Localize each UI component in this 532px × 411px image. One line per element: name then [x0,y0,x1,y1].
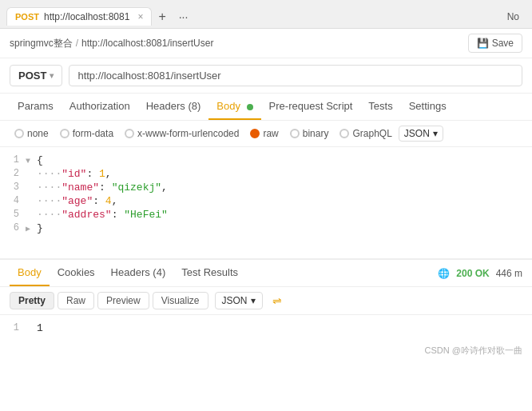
active-tab[interactable]: POST http://localhost:8081 × [6,7,152,26]
resp-tab-cookies[interactable]: Cookies [50,260,103,286]
globe-icon: 🌐 [438,268,450,279]
tab-params[interactable]: Params [10,94,62,120]
status-code: 200 OK [456,268,489,279]
line-content-6: } [37,222,43,234]
request-line: POST ▾ [0,58,532,94]
body-type-urlencoded[interactable]: x-www-form-urlencoded [120,126,244,142]
format-raw-button[interactable]: Raw [58,292,94,309]
tab-authorization[interactable]: Authorization [62,94,138,120]
method-label: POST [18,70,46,82]
code-line-6: 6 ▶ } [0,221,532,235]
code-editor[interactable]: 1 ▼ { 2 ····"id": 1, 3 ····"name": "qize… [0,147,532,259]
body-type-none[interactable]: none [10,126,54,142]
tab-tests[interactable]: Tests [360,94,400,120]
line-number-6: 6 [0,222,26,233]
radio-urlencoded [125,129,134,138]
radio-form-data [60,129,69,138]
body-type-binary[interactable]: binary [285,126,334,142]
format-visualize-button[interactable]: Visualize [153,292,208,309]
code-line-3: 3 ····"name": "qizekj", [0,181,532,194]
response-size: 446 m [496,268,522,279]
body-type-graphql[interactable]: GraphQL [335,126,396,142]
url-input[interactable] [69,65,522,86]
line-number-3: 3 [0,182,26,193]
line-number-1: 1 [0,154,26,166]
code-line-4: 4 ····"age": 4, [0,194,532,208]
tab-url: http://localhost:8081 [44,11,129,22]
new-tab-button[interactable]: + [152,6,172,27]
expand-6: ▶ [26,222,37,234]
radio-none [14,129,24,138]
line-content-4: ····"age": 4, [37,195,117,207]
tab-pre-request-script[interactable]: Pre-request Script [261,94,361,120]
resp-tab-body[interactable]: Body [10,260,50,286]
resp-tab-test-results[interactable]: Test Results [173,260,246,286]
code-line-5: 5 ····"addres": "HeFei" [0,208,532,221]
request-tabs-nav: Params Authorization Headers (8) Body Pr… [0,94,532,121]
resp-line-num-1: 1 [0,322,26,333]
method-select[interactable]: POST ▾ [10,65,62,86]
radio-graphql [339,129,349,138]
response-status-bar: 🌐 200 OK 446 m [438,268,522,279]
response-line-1: 1 1 [0,321,532,335]
body-active-dot [247,104,253,110]
breadcrumb-url[interactable]: http://localhost:8081/insertUser [81,38,213,49]
browser-tabs: POST http://localhost:8081 × + ··· No [0,0,532,29]
tab-headers[interactable]: Headers (8) [138,94,209,120]
watermark: CSDN @吟诗作对歌一曲 [0,341,532,360]
body-type-form-data[interactable]: form-data [55,126,118,142]
tab-no-label: No [507,11,526,22]
breadcrumb-root[interactable]: springmvc整合 [10,37,73,50]
radio-raw [250,129,260,138]
line-content-5: ····"addres": "HeFei" [37,209,168,221]
format-pretty-button[interactable]: Pretty [10,292,54,309]
method-chevron-icon: ▾ [50,71,54,80]
json-format-dropdown[interactable]: JSON ▾ [399,126,443,142]
code-line-2: 2 ····"id": 1, [0,167,532,181]
save-label: Save [492,38,514,49]
radio-binary [290,129,300,138]
save-button[interactable]: 💾 Save [468,34,522,53]
line-content-1: { [37,154,43,166]
breadcrumb-separator: / [76,38,78,49]
line-content-3: ····"name": "qizekj", [37,182,168,194]
format-preview-button[interactable]: Preview [97,292,149,309]
response-tabs-nav: Body Cookies Headers (4) Test Results 🌐 … [0,260,532,287]
tab-close-icon[interactable]: × [137,11,143,22]
tab-body[interactable]: Body [208,94,260,120]
json-format-label: JSON [404,128,430,139]
tab-more-icon[interactable]: ··· [173,7,195,26]
watermark-text: CSDN @吟诗作对歌一曲 [425,345,522,355]
response-section: Body Cookies Headers (4) Test Results 🌐 … [0,259,532,341]
tab-method: POST [15,12,39,22]
code-line-1: 1 ▼ { [0,154,532,167]
expand-1: ▼ [26,154,37,166]
address-bar: springmvc整合 / http://localhost:8081/inse… [0,29,532,58]
save-icon: 💾 [477,38,489,49]
response-format-chevron: ▾ [251,295,256,306]
response-format-label: JSON [222,295,248,306]
json-dropdown-chevron: ▾ [433,128,438,139]
line-number-5: 5 [0,209,26,220]
line-content-2: ····"id": 1, [37,168,112,180]
line-number-2: 2 [0,168,26,179]
breadcrumb: springmvc整合 / http://localhost:8081/inse… [10,37,468,50]
response-body: 1 1 [0,315,532,341]
response-format-bar: Pretty Raw Preview Visualize JSON ▾ ⇌ [0,287,532,315]
body-type-selector: none form-data x-www-form-urlencoded raw… [0,121,532,147]
filter-icon[interactable]: ⇌ [272,294,282,307]
body-type-raw[interactable]: raw [245,126,283,142]
resp-line-content-1: 1 [37,322,43,334]
response-format-dropdown[interactable]: JSON ▾ [215,292,263,309]
resp-tab-headers[interactable]: Headers (4) [103,260,174,286]
tab-settings[interactable]: Settings [401,94,455,120]
line-number-4: 4 [0,195,26,206]
